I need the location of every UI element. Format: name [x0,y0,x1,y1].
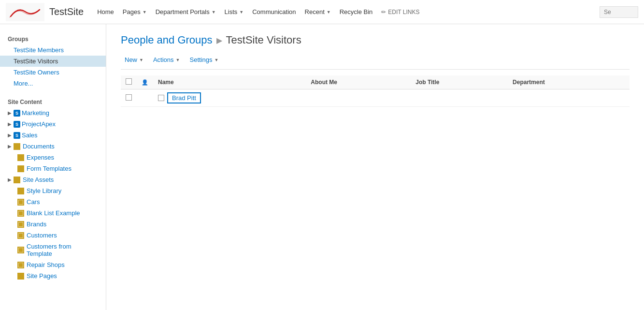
nav-recycle-bin[interactable]: Recycle Bin [336,0,377,24]
nav-dept-portals[interactable]: Department Portals▼ [152,0,220,24]
sidebar-item-marketing[interactable]: ▶ S Marketing [0,107,106,118]
edit-links-button[interactable]: ✏ EDIT LINKS [377,9,425,15]
table-row: Brad Pitt [121,89,630,107]
sidebar-item-expenses[interactable]: Expenses [0,152,106,163]
name-inner-checkbox[interactable] [158,95,164,101]
col-checkbox [121,75,137,89]
sidebar-item-site-pages[interactable]: Site Pages [0,270,106,281]
col-about-me: About Me [306,75,411,89]
col-department: Department [508,75,630,89]
row-job-title-cell [411,89,508,107]
sidebar-item-customers[interactable]: Customers [0,230,106,241]
nav-links: Home Pages▼ Department Portals▼ Lists▼ C… [93,0,600,24]
nav-lists[interactable]: Lists▼ [221,0,248,24]
breadcrumb-current: TestSite Visitors [226,34,301,46]
nav-recent[interactable]: Recent▼ [301,0,335,24]
sidebar: Groups TestSite Members TestSite Visitor… [0,24,106,310]
nav-pages[interactable]: Pages▼ [119,0,151,24]
sidebar-item-brands[interactable]: Brands [0,219,106,230]
col-name: Name [153,75,306,89]
settings-button[interactable]: Settings▼ [186,54,223,65]
logo-area: TestSite [6,3,84,21]
breadcrumb: People and Groups ▶ TestSite Visitors [121,34,630,46]
new-button[interactable]: New▼ [121,54,147,65]
search-input[interactable] [600,6,638,18]
row-checkbox-cell [121,89,137,107]
site-title: TestSite [49,6,84,17]
breadcrumb-separator: ▶ [216,36,222,45]
sidebar-item-documents[interactable]: ▶ Documents [0,141,106,152]
actions-button[interactable]: Actions▼ [149,54,184,65]
row-name-cell: Brad Pitt [153,89,306,107]
sidebar-item-cars[interactable]: Cars [0,196,106,207]
row-presence-cell [137,89,153,107]
content-area: People and Groups ▶ TestSite Visitors Ne… [106,24,644,310]
top-navigation: TestSite Home Pages▼ Department Portals▼… [0,0,644,24]
sidebar-item-projectapex[interactable]: ▶ S ProjectApex [0,118,106,130]
row-checkbox[interactable] [126,94,132,101]
breadcrumb-parent[interactable]: People and Groups [121,34,213,46]
row-department-cell [508,89,630,107]
sidebar-item-site-assets[interactable]: ▶ Site Assets [0,174,106,185]
sidebar-item-testsite-members[interactable]: TestSite Members [0,44,106,56]
sidebar-item-form-templates[interactable]: Form Templates [0,163,106,174]
sidebar-item-repair-shops[interactable]: Repair Shops [0,259,106,270]
sidebar-item-blank-list-example[interactable]: Blank List Example [0,207,106,219]
sidebar-item-testsite-visitors[interactable]: TestSite Visitors [0,56,106,67]
sidebar-item-more[interactable]: More... [0,78,106,89]
sidebar-item-sales[interactable]: ▶ S Sales [0,130,106,141]
groups-section-title: Groups [0,32,106,44]
select-all-checkbox[interactable] [126,78,132,85]
site-logo [6,3,44,21]
nav-home[interactable]: Home [93,0,118,24]
sidebar-item-customers-from-template[interactable]: Customers from Template [0,241,106,259]
col-job-title: Job Title [411,75,508,89]
site-content-section-title: Site Content [0,95,106,107]
main-container: Groups TestSite Members TestSite Visitor… [0,24,644,310]
row-about-me-cell [306,89,411,107]
sidebar-item-testsite-owners[interactable]: TestSite Owners [0,67,106,78]
sidebar-item-style-library[interactable]: Style Library [0,185,106,196]
person-name-link[interactable]: Brad Pitt [167,92,201,103]
nav-communication[interactable]: Communication [248,0,300,24]
col-presence: 👤 [137,75,153,89]
people-table: 👤 Name About Me Job Title Department [121,75,630,107]
list-toolbar: New▼ Actions▼ Settings▼ [121,54,630,70]
